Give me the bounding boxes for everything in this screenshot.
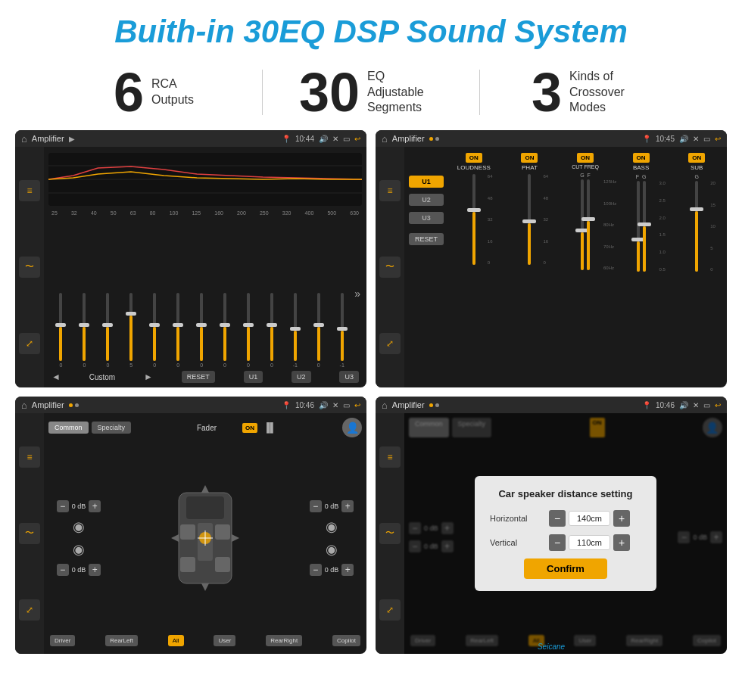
eq-slider-1[interactable]: 0 [50,293,72,368]
confirm-button[interactable]: Confirm [524,558,607,579]
expand-icon-btn-3[interactable]: ⤢ [19,599,40,621]
on-badge-cutfreq[interactable]: ON [577,153,594,163]
back-icon-1[interactable]: ↩ [354,135,360,143]
eq-slider-12[interactable]: 0 [307,293,329,368]
horizontal-minus[interactable]: − [549,510,566,527]
window-icon-1[interactable]: ▭ [343,135,350,143]
zone-all[interactable]: All [168,635,184,646]
vertical-minus[interactable]: − [549,534,566,551]
back-icon-4[interactable]: ↩ [715,401,721,409]
tab-common[interactable]: Common [48,422,89,434]
u2-btn-2[interactable]: U2 [409,194,444,206]
tab-specialty[interactable]: Specialty [92,422,132,434]
slider-bass-g[interactable] [643,181,646,272]
amp3-main: Common Specialty Fader ON ▐▌ 👤 − 0 dB + [44,413,366,654]
on-badge-phat[interactable]: ON [521,153,538,163]
zone-rear-right[interactable]: RearRight [266,635,302,646]
reset-btn-1[interactable]: RESET [182,371,215,383]
fader-slider[interactable]: ▐▌ [263,422,276,433]
slider-cutfreq-f[interactable] [587,179,590,270]
on-badge-bass[interactable]: ON [633,153,650,163]
speaker-icon-3[interactable]: 🔊 [319,401,328,409]
play-icon-1[interactable]: ▶ [69,135,75,143]
u3-btn-2[interactable]: U3 [409,212,444,224]
vertical-plus[interactable]: + [613,534,630,551]
window-icon-2[interactable]: ▭ [703,135,710,143]
eq-slider-6[interactable]: 0 [167,293,189,368]
zone-driver[interactable]: Driver [50,635,75,646]
prev-arrow[interactable]: ◄ [51,372,61,382]
window-icon-4[interactable]: ▭ [703,401,710,409]
u1-btn-2[interactable]: U1 [409,176,444,188]
home-icon-4[interactable]: ⌂ [382,400,388,411]
plus-fl[interactable]: + [89,500,101,512]
eq-slider-10[interactable]: 0 [260,293,282,368]
wave-icon-btn-4[interactable]: 〜 [379,523,401,544]
eq-slider-7[interactable]: 0 [191,293,213,368]
screen2-title: Amplifier [392,134,425,143]
screen4-title: Amplifier [392,400,425,409]
expand-icon-btn-4[interactable]: ⤢ [379,599,401,621]
plus-fr[interactable]: + [341,500,354,512]
home-icon-3[interactable]: ⌂ [21,400,27,411]
dialog-overlay: Car speaker distance setting Horizontal … [404,413,727,654]
minus-fl[interactable]: − [57,500,69,512]
u1-btn-1[interactable]: U1 [244,371,263,383]
eq-slider-11[interactable]: -1 [284,293,306,368]
speaker-icon-1[interactable]: 🔊 [319,135,328,143]
eq-icon-btn-3[interactable]: ≡ [19,446,40,468]
zone-copilot[interactable]: Copilot [332,635,360,646]
horizontal-plus[interactable]: + [613,510,630,527]
close-icon-2[interactable]: ✕ [693,135,699,143]
u2-btn-1[interactable]: U2 [292,371,311,383]
on-badge-loudness[interactable]: ON [466,153,482,163]
eq-slider-8[interactable]: 0 [214,293,236,368]
next-arrow[interactable]: ► [144,372,153,382]
eq-slider-5[interactable]: 0 [144,293,166,368]
plus-rr[interactable]: + [341,564,354,576]
eq-slider-4[interactable]: 5 [120,293,142,368]
minus-rr[interactable]: − [310,564,322,576]
eq-slider-2[interactable]: 0 [73,293,95,368]
speaker-icon-2[interactable]: 🔊 [679,135,688,143]
u3-btn-1[interactable]: U3 [339,371,359,383]
back-icon-2[interactable]: ↩ [715,135,721,143]
slider-loudness[interactable] [472,174,475,265]
slider-cutfreq-g[interactable] [581,179,584,270]
eq-slider-13[interactable]: -1 [331,293,353,368]
zone-user[interactable]: User [214,635,235,646]
wave-icon-btn-1[interactable]: 〜 [19,257,40,278]
eq-slider-3[interactable]: 0 [97,293,119,368]
home-icon-2[interactable]: ⌂ [382,133,388,145]
close-icon-4[interactable]: ✕ [693,401,699,409]
amp-main-2: U1 U2 U3 RESET ON LOUDNESS [404,147,727,387]
close-icon-1[interactable]: ✕ [332,135,338,143]
slider-bass-f[interactable] [637,181,640,272]
param-sub-label: SUB [691,164,703,171]
minus-rl[interactable]: − [57,564,69,576]
wave-icon-btn-3[interactable]: 〜 [19,523,40,544]
eq-icon-btn-1[interactable]: ≡ [19,180,40,201]
reset-btn-2[interactable]: RESET [409,233,444,245]
expand-icon-btn-2[interactable]: ⤢ [379,333,401,354]
speaker-icon-4[interactable]: 🔊 [679,401,688,409]
more-icon[interactable]: » [354,288,360,300]
back-icon-3[interactable]: ↩ [354,401,360,409]
window-icon-3[interactable]: ▭ [343,401,350,409]
horizontal-value: 140cm [569,511,610,526]
minus-fr[interactable]: − [310,500,322,512]
on-badge-sub[interactable]: ON [688,153,705,163]
home-icon-1[interactable]: ⌂ [21,133,27,145]
wave-icon-btn-2[interactable]: 〜 [379,257,401,278]
slider-sub[interactable] [695,181,698,272]
plus-rl[interactable]: + [89,564,101,576]
expand-icon-btn-1[interactable]: ⤢ [19,333,40,354]
eq-slider-9[interactable]: 0 [238,293,260,368]
on-badge-fader[interactable]: ON [242,423,257,433]
zone-rear-left[interactable]: RearLeft [105,635,138,646]
close-icon-3[interactable]: ✕ [332,401,338,409]
svg-rect-5 [186,496,224,519]
eq-icon-btn-2[interactable]: ≡ [379,180,401,201]
slider-phat[interactable] [528,174,531,265]
eq-icon-btn-4[interactable]: ≡ [379,446,401,468]
